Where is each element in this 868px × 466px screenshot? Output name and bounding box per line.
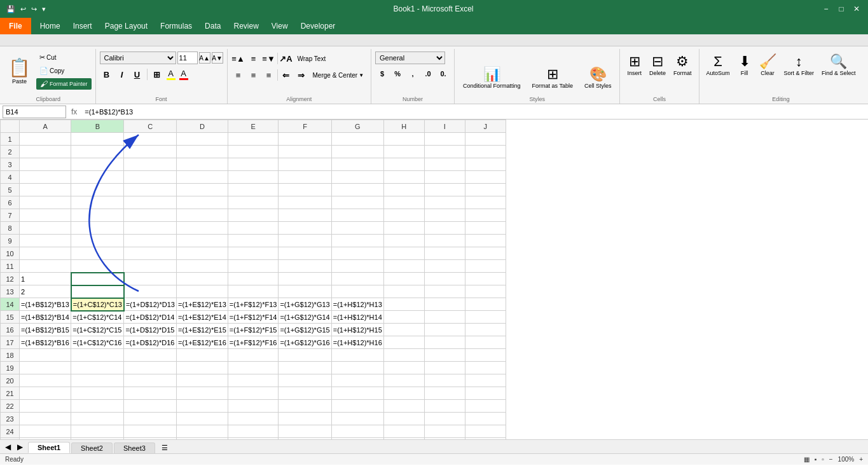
cell-C5[interactable]: [124, 184, 177, 196]
cell-B5[interactable]: [71, 184, 124, 196]
cell-B21[interactable]: [71, 387, 124, 400]
cell-I12[interactable]: [424, 273, 465, 285]
font-name-select[interactable]: Calibri: [100, 51, 176, 64]
cell-F2[interactable]: [279, 146, 331, 158]
cell-F7[interactable]: [279, 209, 331, 222]
cell-G10[interactable]: [331, 247, 383, 260]
page-break-view-btn[interactable]: ▫: [822, 456, 824, 463]
cell-G20[interactable]: [331, 374, 383, 387]
cell-J13[interactable]: [465, 285, 506, 298]
cell-I13[interactable]: [424, 285, 465, 298]
cell-J1[interactable]: [465, 133, 506, 146]
find-select-btn[interactable]: 🔍 Find & Select: [818, 51, 859, 78]
cell-A10[interactable]: [20, 247, 71, 260]
insert-cells-btn[interactable]: ⊞ Insert: [624, 51, 645, 78]
cell-J12[interactable]: [465, 273, 506, 285]
cell-J3[interactable]: [465, 158, 506, 171]
cell-I18[interactable]: [424, 349, 465, 362]
cell-I4[interactable]: [424, 171, 465, 184]
cell-H9[interactable]: [383, 235, 424, 247]
cell-E1[interactable]: [228, 133, 279, 146]
cell-J20[interactable]: [465, 374, 506, 387]
cell-D15[interactable]: =(1+E$12)*E14: [176, 311, 228, 324]
normal-view-btn[interactable]: ▦: [804, 456, 809, 463]
align-mid-btn[interactable]: ≡: [247, 51, 261, 65]
cell-F19[interactable]: [279, 362, 331, 374]
cell-H25[interactable]: [383, 438, 424, 440]
cell-F20[interactable]: [279, 374, 331, 387]
cell-F14[interactable]: =(1+G$12)*G13: [279, 298, 331, 311]
cell-A25[interactable]: [20, 438, 71, 440]
cell-H3[interactable]: [383, 158, 424, 171]
cell-F4[interactable]: [279, 171, 331, 184]
cell-I21[interactable]: [424, 387, 465, 400]
cell-H1[interactable]: [383, 133, 424, 146]
cell-G22[interactable]: [331, 400, 383, 413]
comma-btn[interactable]: ,: [406, 67, 420, 81]
prev-sheet-btn[interactable]: ◀: [3, 441, 13, 453]
sort-filter-btn[interactable]: ↕ Sort & Filter: [781, 51, 818, 78]
cell-E18[interactable]: [228, 349, 279, 362]
cell-B24[interactable]: [71, 425, 124, 438]
cell-A6[interactable]: [20, 196, 71, 209]
cell-C19[interactable]: [124, 362, 177, 374]
col-header-d[interactable]: D: [176, 120, 228, 133]
font-size-input[interactable]: [177, 51, 198, 64]
cell-H5[interactable]: [383, 184, 424, 196]
cell-C2[interactable]: [124, 146, 177, 158]
cell-H19[interactable]: [383, 362, 424, 374]
cell-E11[interactable]: [228, 260, 279, 273]
currency-btn[interactable]: $: [375, 67, 389, 81]
cell-G19[interactable]: [331, 362, 383, 374]
cell-A7[interactable]: [20, 209, 71, 222]
cell-A13[interactable]: 2: [20, 285, 71, 298]
decrease-font-btn[interactable]: A▼: [212, 52, 223, 64]
cell-D9[interactable]: [176, 235, 228, 247]
cell-I3[interactable]: [424, 158, 465, 171]
save-icon[interactable]: 💾: [5, 4, 17, 15]
col-header-j[interactable]: J: [465, 120, 506, 133]
cell-F10[interactable]: [279, 247, 331, 260]
cell-D2[interactable]: [176, 146, 228, 158]
format-painter-button[interactable]: 🖌 Format Painter: [36, 78, 92, 90]
cell-H21[interactable]: [383, 387, 424, 400]
cell-G3[interactable]: [331, 158, 383, 171]
view-menu-item[interactable]: View: [265, 18, 294, 34]
cell-D25[interactable]: [176, 438, 228, 440]
cell-H13[interactable]: [383, 285, 424, 298]
cell-C23[interactable]: [124, 413, 177, 425]
cell-E5[interactable]: [228, 184, 279, 196]
insert-menu-item[interactable]: Insert: [67, 18, 99, 34]
cell-H14[interactable]: [383, 298, 424, 311]
cell-F9[interactable]: [279, 235, 331, 247]
cell-A14[interactable]: =(1+B$12)*B13: [20, 298, 71, 311]
cell-E3[interactable]: [228, 158, 279, 171]
cell-C6[interactable]: [124, 196, 177, 209]
cell-D18[interactable]: [176, 349, 228, 362]
cell-E23[interactable]: [228, 413, 279, 425]
cell-D23[interactable]: [176, 413, 228, 425]
cell-B22[interactable]: [71, 400, 124, 413]
cell-A22[interactable]: [20, 400, 71, 413]
cell-J4[interactable]: [465, 171, 506, 184]
cell-D12[interactable]: [176, 273, 228, 285]
cell-H2[interactable]: [383, 146, 424, 158]
cell-A4[interactable]: [20, 171, 71, 184]
cell-B7[interactable]: [71, 209, 124, 222]
cell-J5[interactable]: [465, 184, 506, 196]
cell-A1[interactable]: [20, 133, 71, 146]
cell-B10[interactable]: [71, 247, 124, 260]
cell-D8[interactable]: [176, 222, 228, 235]
cell-I22[interactable]: [424, 400, 465, 413]
redo-icon[interactable]: ↪: [30, 4, 38, 15]
cell-C8[interactable]: [124, 222, 177, 235]
cell-E24[interactable]: [228, 425, 279, 438]
cell-E25[interactable]: [228, 438, 279, 440]
cell-G17[interactable]: =(1+H$12)*H16: [331, 336, 383, 349]
cell-F11[interactable]: [279, 260, 331, 273]
cell-I20[interactable]: [424, 374, 465, 387]
cell-E7[interactable]: [228, 209, 279, 222]
cell-H15[interactable]: [383, 311, 424, 324]
cell-C20[interactable]: [124, 374, 177, 387]
page-layout-view-btn[interactable]: ▪: [815, 456, 817, 463]
